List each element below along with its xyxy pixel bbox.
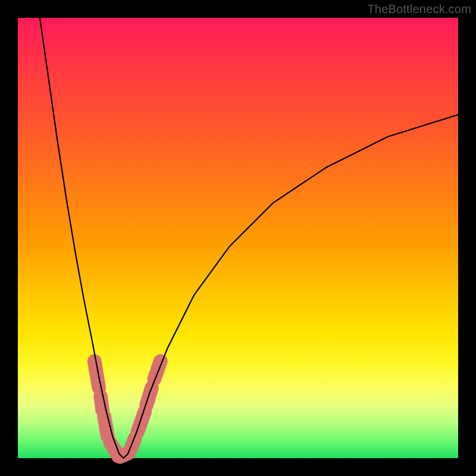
highlight-capsule: [101, 396, 102, 409]
chart-frame: TheBottleneck.com: [0, 0, 476, 476]
chart-svg: [18, 18, 458, 458]
watermark-text: TheBottleneck.com: [367, 2, 471, 16]
bottleneck-curve: [40, 18, 458, 458]
highlight-capsule: [154, 361, 160, 379]
highlight-group: [95, 361, 161, 457]
highlight-capsule: [137, 412, 145, 431]
plot-area: [18, 18, 458, 458]
highlight-capsule: [104, 416, 108, 436]
